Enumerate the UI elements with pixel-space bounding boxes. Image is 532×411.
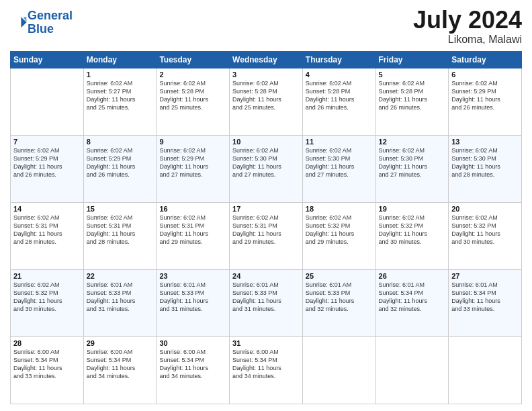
day-number: 5 [379,71,446,79]
calendar-cell [449,336,522,404]
day-number: 15 [87,205,154,213]
calendar-cell: 21Sunrise: 6:02 AMSunset: 5:32 PMDayligh… [11,269,84,336]
day-number: 21 [13,272,81,280]
calendar-cell: 31Sunrise: 6:00 AMSunset: 5:34 PMDayligh… [230,336,303,404]
calendar-cell: 14Sunrise: 6:02 AMSunset: 5:31 PMDayligh… [11,202,84,269]
day-number: 16 [159,205,226,213]
day-info: Sunrise: 6:01 AMSunset: 5:33 PMDaylight:… [87,281,154,314]
calendar-cell: 8Sunrise: 6:02 AMSunset: 5:29 PMDaylight… [83,135,157,202]
day-info: Sunrise: 6:00 AMSunset: 5:34 PMDaylight:… [87,348,154,381]
day-number: 6 [451,71,519,79]
calendar-cell [375,336,449,404]
calendar-cell [11,68,84,135]
calendar-cell: 29Sunrise: 6:00 AMSunset: 5:34 PMDayligh… [83,336,157,404]
day-info: Sunrise: 6:01 AMSunset: 5:33 PMDaylight:… [159,281,226,314]
calendar-cell: 11Sunrise: 6:02 AMSunset: 5:30 PMDayligh… [302,135,375,202]
day-info: Sunrise: 6:01 AMSunset: 5:34 PMDaylight:… [379,281,446,314]
day-info: Sunrise: 6:01 AMSunset: 5:33 PMDaylight:… [306,281,373,314]
calendar-week-row: 14Sunrise: 6:02 AMSunset: 5:31 PMDayligh… [11,202,522,269]
calendar-cell: 27Sunrise: 6:01 AMSunset: 5:34 PMDayligh… [449,269,522,336]
day-number: 24 [232,272,300,280]
day-info: Sunrise: 6:02 AMSunset: 5:31 PMDaylight:… [13,214,81,246]
day-number: 25 [306,272,373,280]
day-info: Sunrise: 6:02 AMSunset: 5:29 PMDaylight:… [159,146,226,179]
calendar-cell: 3Sunrise: 6:02 AMSunset: 5:28 PMDaylight… [230,68,303,135]
day-info: Sunrise: 6:02 AMSunset: 5:30 PMDaylight:… [379,146,446,179]
day-info: Sunrise: 6:02 AMSunset: 5:28 PMDaylight:… [159,79,226,112]
day-info: Sunrise: 6:00 AMSunset: 5:34 PMDaylight:… [159,348,226,381]
day-info: Sunrise: 6:02 AMSunset: 5:29 PMDaylight:… [13,146,81,179]
day-number: 11 [306,138,373,146]
day-number: 30 [159,339,226,347]
location-subtitle: Likoma, Malawi [413,34,522,46]
day-number: 26 [379,272,446,280]
day-info: Sunrise: 6:02 AMSunset: 5:32 PMDaylight:… [306,214,373,246]
calendar-cell: 12Sunrise: 6:02 AMSunset: 5:30 PMDayligh… [375,135,449,202]
page: General Blue July 2024 Likoma, Malawi Su… [0,0,532,411]
calendar-cell: 22Sunrise: 6:01 AMSunset: 5:33 PMDayligh… [83,269,157,336]
day-info: Sunrise: 6:02 AMSunset: 5:27 PMDaylight:… [87,79,154,112]
day-number: 23 [159,272,226,280]
column-header-friday: Friday [375,51,449,68]
day-number: 27 [451,272,519,280]
day-info: Sunrise: 6:00 AMSunset: 5:34 PMDaylight:… [232,348,300,381]
calendar-cell: 4Sunrise: 6:02 AMSunset: 5:28 PMDaylight… [302,68,375,135]
calendar-cell: 15Sunrise: 6:02 AMSunset: 5:31 PMDayligh… [83,202,157,269]
day-info: Sunrise: 6:02 AMSunset: 5:30 PMDaylight:… [451,146,519,179]
day-number: 13 [451,138,519,146]
day-number: 29 [87,339,154,347]
day-number: 20 [451,205,519,213]
calendar-cell: 6Sunrise: 6:02 AMSunset: 5:29 PMDaylight… [449,68,522,135]
calendar-cell: 7Sunrise: 6:02 AMSunset: 5:29 PMDaylight… [11,135,84,202]
calendar-table: SundayMondayTuesdayWednesdayThursdayFrid… [10,51,522,404]
calendar-cell: 28Sunrise: 6:00 AMSunset: 5:34 PMDayligh… [11,336,84,404]
logo-icon [11,15,28,31]
day-number: 14 [13,205,81,213]
day-info: Sunrise: 6:02 AMSunset: 5:32 PMDaylight:… [379,214,446,246]
day-info: Sunrise: 6:02 AMSunset: 5:31 PMDaylight:… [87,214,154,246]
header: General Blue July 2024 Likoma, Malawi [10,7,522,46]
day-info: Sunrise: 6:02 AMSunset: 5:28 PMDaylight:… [379,79,446,112]
day-number: 19 [379,205,446,213]
day-number: 10 [232,138,300,146]
day-info: Sunrise: 6:02 AMSunset: 5:29 PMDaylight:… [87,146,154,179]
calendar-week-row: 28Sunrise: 6:00 AMSunset: 5:34 PMDayligh… [11,336,522,404]
calendar-cell: 20Sunrise: 6:02 AMSunset: 5:32 PMDayligh… [449,202,522,269]
month-year-title: July 2024 [413,7,522,34]
day-info: Sunrise: 6:02 AMSunset: 5:28 PMDaylight:… [232,79,300,112]
day-info: Sunrise: 6:00 AMSunset: 5:34 PMDaylight:… [13,348,81,381]
column-header-wednesday: Wednesday [230,51,303,68]
logo-text: General Blue [28,9,73,36]
calendar-cell: 1Sunrise: 6:02 AMSunset: 5:27 PMDaylight… [83,68,157,135]
calendar-cell [302,336,375,404]
calendar-cell: 19Sunrise: 6:02 AMSunset: 5:32 PMDayligh… [375,202,449,269]
day-number: 2 [159,71,226,79]
day-number: 3 [232,71,300,79]
calendar-header-row: SundayMondayTuesdayWednesdayThursdayFrid… [11,51,522,68]
day-info: Sunrise: 6:02 AMSunset: 5:30 PMDaylight:… [306,146,373,179]
day-number: 18 [306,205,373,213]
day-number: 8 [87,138,154,146]
calendar-cell: 26Sunrise: 6:01 AMSunset: 5:34 PMDayligh… [375,269,449,336]
column-header-thursday: Thursday [302,51,375,68]
logo: General Blue [10,9,73,36]
calendar-cell: 10Sunrise: 6:02 AMSunset: 5:30 PMDayligh… [230,135,303,202]
calendar-cell: 16Sunrise: 6:02 AMSunset: 5:31 PMDayligh… [157,202,230,269]
calendar-cell: 9Sunrise: 6:02 AMSunset: 5:29 PMDaylight… [157,135,230,202]
day-info: Sunrise: 6:02 AMSunset: 5:30 PMDaylight:… [232,146,300,179]
calendar-week-row: 7Sunrise: 6:02 AMSunset: 5:29 PMDaylight… [11,135,522,202]
day-info: Sunrise: 6:02 AMSunset: 5:29 PMDaylight:… [451,79,519,112]
calendar-cell: 18Sunrise: 6:02 AMSunset: 5:32 PMDayligh… [302,202,375,269]
calendar-cell: 5Sunrise: 6:02 AMSunset: 5:28 PMDaylight… [375,68,449,135]
column-header-tuesday: Tuesday [157,51,230,68]
day-number: 17 [232,205,300,213]
calendar-cell: 25Sunrise: 6:01 AMSunset: 5:33 PMDayligh… [302,269,375,336]
day-info: Sunrise: 6:02 AMSunset: 5:31 PMDaylight:… [159,214,226,246]
day-info: Sunrise: 6:01 AMSunset: 5:34 PMDaylight:… [451,281,519,314]
day-info: Sunrise: 6:02 AMSunset: 5:31 PMDaylight:… [232,214,300,246]
day-number: 4 [306,71,373,79]
day-info: Sunrise: 6:02 AMSunset: 5:32 PMDaylight:… [13,281,81,314]
day-info: Sunrise: 6:02 AMSunset: 5:32 PMDaylight:… [451,214,519,246]
column-header-sunday: Sunday [11,51,84,68]
day-info: Sunrise: 6:02 AMSunset: 5:28 PMDaylight:… [306,79,373,112]
